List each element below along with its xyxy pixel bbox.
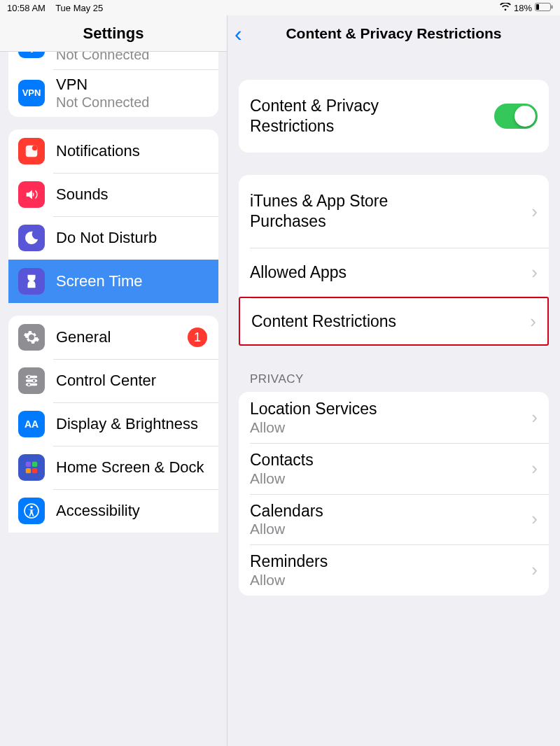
privacy-group: Location Services Allow › Contacts Allow…	[239, 392, 549, 596]
status-time: 10:58 AM	[7, 3, 46, 13]
battery-icon	[535, 3, 553, 13]
detail-pane: ‹ Content & Privacy Restrictions Content…	[227, 15, 560, 746]
restrictions-toggle-row[interactable]: Content & Privacy Restrictions	[239, 80, 549, 153]
notifications-icon	[18, 138, 45, 164]
vpn-label: VPN	[56, 75, 149, 94]
sidebar-item-vpn[interactable]: VPN VPN Not Connected	[8, 69, 218, 118]
sidebar-group-connectivity: Bluetooth Not Connected VPN VPN Not Conn…	[8, 52, 218, 117]
sidebar-item-dnd[interactable]: Do Not Disturb	[8, 216, 218, 260]
calendars-value: Allow	[250, 521, 323, 537]
svg-point-4	[32, 146, 37, 150]
svg-rect-2	[552, 6, 553, 9]
row-contacts[interactable]: Contacts Allow ›	[239, 443, 549, 494]
row-content-restrictions[interactable]: Content Restrictions ›	[239, 297, 549, 346]
chevron-right-icon: ›	[531, 559, 538, 581]
settings-title: Settings	[83, 24, 144, 43]
sidebar-item-control-center[interactable]: Control Center	[8, 359, 218, 402]
svg-rect-13	[26, 468, 31, 473]
sidebar-item-general[interactable]: General 1	[8, 316, 218, 359]
detail-title: Content & Privacy Restrictions	[286, 25, 501, 42]
chevron-right-icon: ›	[530, 311, 536, 332]
svg-point-9	[32, 379, 35, 382]
wifi-icon	[500, 3, 511, 13]
restrictions-options-group: iTunes & App Store Purchases › Allowed A…	[239, 175, 549, 346]
restrictions-toggle-label: Content & Privacy Restrictions	[250, 96, 446, 136]
row-calendars[interactable]: Calendars Allow ›	[239, 494, 549, 545]
general-badge: 1	[188, 328, 207, 347]
screentime-label: Screen Time	[56, 272, 143, 290]
sidebar-item-bluetooth[interactable]: Bluetooth Not Connected	[8, 52, 218, 69]
svg-rect-12	[32, 462, 37, 467]
chevron-right-icon: ›	[531, 201, 538, 223]
vpn-status: Not Connected	[56, 94, 149, 111]
accessibility-icon	[18, 498, 45, 524]
restrictions-switch[interactable]	[494, 104, 538, 129]
chevron-right-icon: ›	[531, 262, 538, 283]
sidebar-item-sounds[interactable]: Sounds	[8, 173, 218, 216]
chevron-right-icon: ›	[531, 458, 538, 479]
row-itunes-purchases[interactable]: iTunes & App Store Purchases ›	[239, 175, 549, 248]
status-date: Tue May 25	[55, 3, 103, 13]
calendars-label: Calendars	[250, 501, 323, 521]
general-icon	[18, 324, 45, 351]
row-allowed-apps[interactable]: Allowed Apps ›	[239, 248, 549, 297]
svg-rect-14	[32, 468, 37, 473]
control-center-label: Control Center	[56, 372, 156, 390]
sidebar-item-notifications[interactable]: Notifications	[8, 129, 218, 173]
sidebar-item-accessibility[interactable]: Accessibility	[8, 489, 218, 533]
detail-header: ‹ Content & Privacy Restrictions	[227, 15, 560, 52]
sidebar-group-notifications: Notifications Sounds Do Not Disturb	[8, 129, 218, 303]
chevron-right-icon: ›	[531, 407, 538, 428]
contacts-label: Contacts	[250, 450, 314, 470]
sidebar-group-general: General 1 Control Center AA Display & Br…	[8, 316, 218, 533]
sidebar-item-display[interactable]: AA Display & Brightness	[8, 402, 218, 446]
back-button[interactable]: ‹	[234, 21, 242, 47]
reminders-label: Reminders	[250, 551, 328, 572]
notifications-label: Notifications	[56, 142, 140, 160]
privacy-section-header: PRIVACY	[227, 358, 560, 392]
row-reminders[interactable]: Reminders Allow ›	[239, 544, 549, 596]
location-label: Location Services	[250, 399, 377, 419]
sounds-label: Sounds	[56, 185, 108, 204]
screentime-icon	[18, 268, 45, 295]
svg-rect-1	[536, 4, 539, 10]
restrictions-toggle-group: Content & Privacy Restrictions	[239, 80, 549, 153]
dnd-icon	[18, 225, 45, 251]
contacts-value: Allow	[250, 470, 314, 487]
content-restrictions-label: Content Restrictions	[251, 311, 396, 332]
reminders-value: Allow	[250, 572, 328, 589]
allowed-apps-label: Allowed Apps	[250, 262, 346, 283]
svg-point-8	[27, 375, 30, 378]
location-value: Allow	[250, 419, 377, 436]
display-icon: AA	[18, 411, 45, 437]
accessibility-label: Accessibility	[56, 502, 140, 520]
svg-rect-11	[26, 462, 31, 467]
sidebar-item-screentime[interactable]: Screen Time	[8, 260, 218, 303]
settings-sidebar: Settings Bluetooth Not Connected VPN	[0, 15, 227, 746]
chevron-right-icon: ›	[531, 508, 538, 530]
display-label: Display & Brightness	[56, 415, 198, 433]
general-label: General	[56, 328, 111, 346]
control-center-icon	[18, 367, 45, 394]
battery-percent: 18%	[514, 3, 532, 13]
dnd-label: Do Not Disturb	[56, 229, 157, 247]
settings-header: Settings	[0, 15, 227, 52]
itunes-label: iTunes & App Store Purchases	[250, 191, 446, 232]
vpn-icon: VPN	[18, 80, 45, 106]
home-icon	[18, 454, 45, 481]
bluetooth-status: Not Connected	[56, 52, 149, 64]
row-location-services[interactable]: Location Services Allow ›	[239, 392, 549, 443]
svg-point-16	[30, 506, 33, 509]
bluetooth-icon	[18, 52, 45, 58]
sounds-icon	[18, 181, 45, 208]
svg-point-10	[27, 383, 30, 386]
sidebar-item-home[interactable]: Home Screen & Dock	[8, 446, 218, 489]
status-bar: 10:58 AM Tue May 25 18%	[0, 0, 560, 15]
home-label: Home Screen & Dock	[56, 458, 204, 477]
